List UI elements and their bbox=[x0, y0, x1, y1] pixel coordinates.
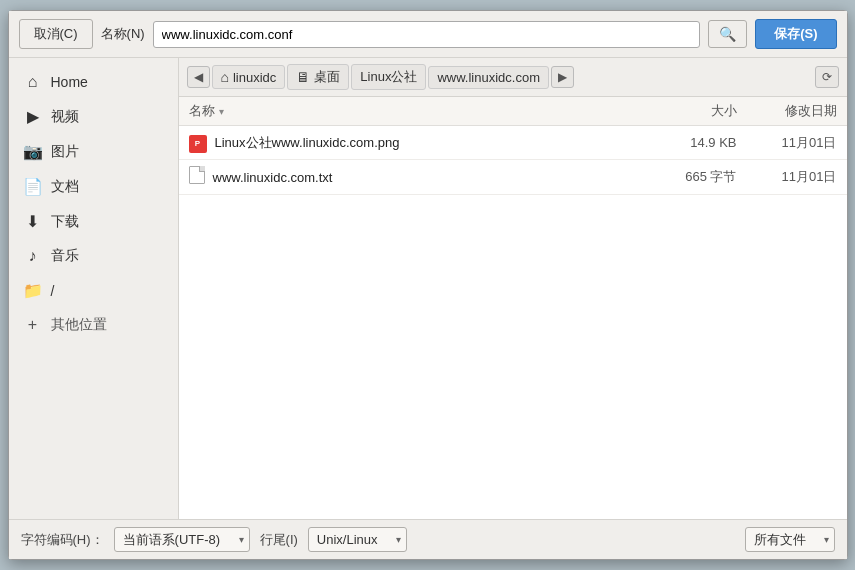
name-label: 名称(N) bbox=[101, 25, 145, 43]
sidebar-item-label: 其他位置 bbox=[51, 316, 107, 334]
file-save-dialog: 取消(C) 名称(N) 🔍 保存(S) ⌂ Home ▶ 视频 📷 图片 📄 文… bbox=[8, 10, 848, 560]
file-name: Linux公社www.linuxidc.com.png bbox=[215, 134, 647, 152]
main-area: ⌂ Home ▶ 视频 📷 图片 📄 文档 ⬇ 下载 ♪ 音乐 bbox=[9, 58, 847, 519]
sort-icon: ▾ bbox=[219, 106, 224, 117]
breadcrumb-item-label: linuxidc bbox=[233, 70, 276, 85]
sidebar-item-home[interactable]: ⌂ Home bbox=[9, 66, 178, 98]
sidebar: ⌂ Home ▶ 视频 📷 图片 📄 文档 ⬇ 下载 ♪ 音乐 bbox=[9, 58, 179, 519]
home-small-icon: ⌂ bbox=[221, 69, 229, 85]
sidebar-item-root[interactable]: 📁 / bbox=[9, 274, 178, 307]
sidebar-item-label: 音乐 bbox=[51, 247, 79, 265]
sidebar-item-label: 下载 bbox=[51, 213, 79, 231]
header-name[interactable]: 名称 ▾ bbox=[189, 102, 647, 120]
txt-file-icon bbox=[189, 166, 205, 188]
table-row[interactable]: P Linux公社www.linuxidc.com.png 14.9 KB 11… bbox=[179, 126, 847, 160]
sidebar-item-label: Home bbox=[51, 74, 88, 90]
sidebar-item-other[interactable]: + 其他位置 bbox=[9, 309, 178, 341]
breadcrumb-item-label: 桌面 bbox=[314, 68, 340, 86]
video-icon: ▶ bbox=[23, 107, 43, 126]
content-area: ◀ ⌂ linuxidc 🖥 桌面 Linux公社 www.linuxidc.c… bbox=[179, 58, 847, 519]
lineend-select[interactable]: Unix/Linux Windows Mac bbox=[308, 527, 407, 552]
sidebar-item-label: 文档 bbox=[51, 178, 79, 196]
file-date: 11月01日 bbox=[737, 168, 837, 186]
filter-select-wrapper: 所有文件 文本文件 ▾ bbox=[745, 527, 835, 552]
file-name: www.linuxidc.com.txt bbox=[213, 170, 647, 185]
filename-input[interactable] bbox=[153, 21, 701, 48]
add-icon: + bbox=[23, 316, 43, 334]
home-icon: ⌂ bbox=[23, 73, 43, 91]
file-list: 名称 ▾ 大小 修改日期 P Linux公社www.linuxidc.com.p… bbox=[179, 97, 847, 519]
cancel-button[interactable]: 取消(C) bbox=[19, 19, 93, 49]
sidebar-item-label: / bbox=[51, 283, 55, 299]
header-size[interactable]: 大小 bbox=[647, 102, 737, 120]
sidebar-item-videos[interactable]: ▶ 视频 bbox=[9, 100, 178, 133]
music-icon: ♪ bbox=[23, 247, 43, 265]
encoding-label: 字符编码(H)： bbox=[21, 531, 104, 549]
breadcrumb-back-button[interactable]: ◀ bbox=[187, 66, 210, 88]
png-file-icon: P bbox=[189, 132, 207, 153]
desktop-small-icon: 🖥 bbox=[296, 69, 310, 85]
header-date[interactable]: 修改日期 bbox=[737, 102, 837, 120]
encoding-select[interactable]: 当前语系(UTF-8) UTF-8 GBK bbox=[114, 527, 250, 552]
sidebar-item-label: 视频 bbox=[51, 108, 79, 126]
sidebar-item-music[interactable]: ♪ 音乐 bbox=[9, 240, 178, 272]
bottom-bar: 字符编码(H)： 当前语系(UTF-8) UTF-8 GBK ▾ 行尾(I) U… bbox=[9, 519, 847, 559]
file-date: 11月01日 bbox=[737, 134, 837, 152]
breadcrumb-item-label: Linux公社 bbox=[360, 68, 417, 86]
filter-select[interactable]: 所有文件 文本文件 bbox=[745, 527, 835, 552]
breadcrumb-bar: ◀ ⌂ linuxidc 🖥 桌面 Linux公社 www.linuxidc.c… bbox=[179, 58, 847, 97]
download-icon: ⬇ bbox=[23, 212, 43, 231]
top-bar: 取消(C) 名称(N) 🔍 保存(S) bbox=[9, 11, 847, 58]
lineend-select-wrapper: Unix/Linux Windows Mac ▾ bbox=[308, 527, 407, 552]
file-list-header: 名称 ▾ 大小 修改日期 bbox=[179, 97, 847, 126]
sidebar-item-downloads[interactable]: ⬇ 下载 bbox=[9, 205, 178, 238]
document-icon: 📄 bbox=[23, 177, 43, 196]
breadcrumb-item-label: www.linuxidc.com bbox=[437, 70, 540, 85]
table-row[interactable]: www.linuxidc.com.txt 665 字节 11月01日 bbox=[179, 160, 847, 195]
encoding-select-wrapper: 当前语系(UTF-8) UTF-8 GBK ▾ bbox=[114, 527, 250, 552]
sidebar-item-label: 图片 bbox=[51, 143, 79, 161]
folder-icon: 📁 bbox=[23, 281, 43, 300]
breadcrumb-item-desktop[interactable]: 🖥 桌面 bbox=[287, 64, 349, 90]
breadcrumb-item-linuxpub[interactable]: Linux公社 bbox=[351, 64, 426, 90]
lineend-label: 行尾(I) bbox=[260, 531, 298, 549]
breadcrumb-item-linuxidc[interactable]: ⌂ linuxidc bbox=[212, 65, 286, 89]
file-size: 665 字节 bbox=[647, 168, 737, 186]
camera-icon: 📷 bbox=[23, 142, 43, 161]
breadcrumb-forward-button[interactable]: ▶ bbox=[551, 66, 574, 88]
file-size: 14.9 KB bbox=[647, 135, 737, 150]
sidebar-item-pictures[interactable]: 📷 图片 bbox=[9, 135, 178, 168]
breadcrumb-item-linuxidc2[interactable]: www.linuxidc.com bbox=[428, 66, 549, 89]
search-button[interactable]: 🔍 bbox=[708, 20, 747, 48]
breadcrumb-refresh-button[interactable]: ⟳ bbox=[815, 66, 839, 88]
save-button[interactable]: 保存(S) bbox=[755, 19, 836, 49]
sidebar-item-documents[interactable]: 📄 文档 bbox=[9, 170, 178, 203]
